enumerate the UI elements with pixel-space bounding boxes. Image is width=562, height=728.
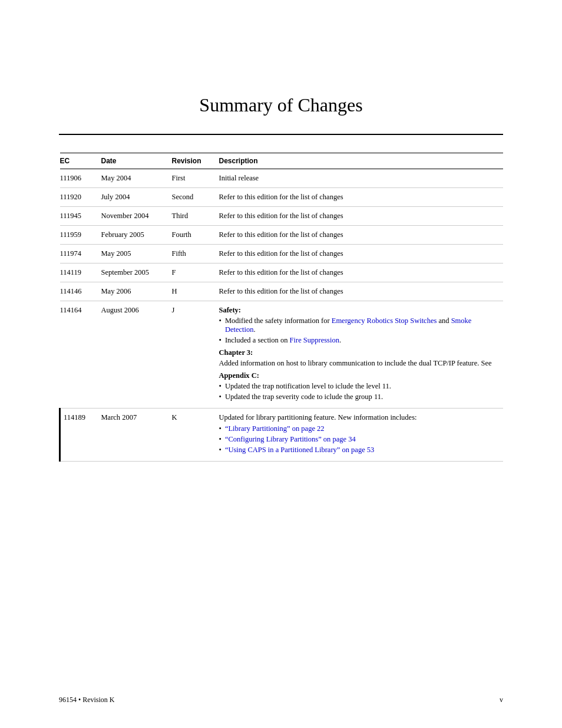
revision-cell: First (172, 169, 219, 188)
description-cell-k: Updated for library partitioning feature… (219, 409, 504, 462)
appendixc-bullet-2: Updated the trap severity code to iclude… (219, 393, 499, 401)
table-row: 111959 February 2005 Fourth Refer to thi… (60, 226, 504, 245)
ec-cell: 111906 (60, 169, 101, 188)
title-divider (59, 134, 503, 135)
revision-cell: Fourth (172, 226, 219, 245)
table-row: 114119 September 2005 F Refer to this ed… (60, 263, 504, 282)
appendixc-text-1: Updated the trap notification level to i… (225, 382, 391, 391)
date-cell-k: March 2007 (101, 409, 172, 462)
table-row: 111920 July 2004 Second Refer to this ed… (60, 188, 504, 207)
description-cell: Safety: Modified the safety information … (219, 301, 504, 409)
changes-table: EC Date Revision Description 111906 May … (59, 153, 503, 462)
footer-left: 96154 • Revision K (59, 696, 115, 704)
revision-cell: Third (172, 207, 219, 226)
date-cell: August 2006 (101, 301, 172, 409)
ec-cell: 111974 (60, 245, 101, 263)
page: Summary of Changes EC Date Revision Desc… (0, 0, 562, 728)
k-bullet-1: “Library Partitioning” on page 22 (219, 424, 499, 433)
date-cell: May 2004 (101, 169, 172, 188)
description-cell: Initial release (219, 169, 504, 188)
page-title: Summary of Changes (59, 94, 503, 116)
table-row: 111906 May 2004 First Initial release (60, 169, 504, 188)
ec-cell: 114119 (60, 263, 101, 282)
revision-cell: H (172, 282, 219, 301)
ec-cell: 111959 (60, 226, 101, 245)
table-row: 111945 November 2004 Third Refer to this… (60, 207, 504, 226)
col-header-date: Date (101, 153, 172, 169)
description-cell: Refer to this edition for the list of ch… (219, 226, 504, 245)
safety-section: Safety: Modified the safety information … (219, 306, 499, 401)
appendixc-header: Appendix C: (219, 371, 259, 380)
revision-cell-k: K (172, 409, 219, 462)
safety-bullet-2: Included a section on Fire Suppression. (219, 336, 499, 345)
description-cell: Refer to this edition for the list of ch… (219, 188, 504, 207)
chapter3-section: Chapter 3: (219, 348, 499, 357)
ec-cell-k: 114189 (60, 409, 101, 462)
k-intro: Updated for library partitioning feature… (219, 413, 499, 422)
description-cell: Refer to this edition for the list of ch… (219, 282, 504, 301)
emergency-robotics-link[interactable]: Emergency Robotics Stop Switches (332, 317, 437, 325)
description-cell: Refer to this edition for the list of ch… (219, 263, 504, 282)
col-header-description: Description (219, 153, 504, 169)
table-row-k: 114189 March 2007 K Updated for library … (60, 409, 504, 462)
ec-cell: 114164 (60, 301, 101, 409)
appendixc-text-2: Updated the trap severity code to iclude… (225, 393, 383, 401)
date-cell: July 2004 (101, 188, 172, 207)
date-cell: February 2005 (101, 226, 172, 245)
date-cell: May 2006 (101, 282, 172, 301)
date-cell: May 2005 (101, 245, 172, 263)
appendixc-bullet-1: Updated the trap notification level to i… (219, 382, 499, 391)
description-cell: Refer to this edition for the list of ch… (219, 245, 504, 263)
revision-cell: J (172, 301, 219, 409)
k-bullet-3: “Using CAPS in a Partitioned Library” on… (219, 446, 499, 454)
table-row: 114146 May 2006 H Refer to this edition … (60, 282, 504, 301)
bullet-text-1: Modified the safety information for Emer… (225, 317, 498, 334)
using-caps-link[interactable]: “Using CAPS in a Partitioned Library” on… (225, 446, 374, 454)
revision-cell: Second (172, 188, 219, 207)
page-footer: 96154 • Revision K v (59, 696, 503, 704)
col-header-ec: EC (60, 153, 101, 169)
table-header-row: EC Date Revision Description (60, 153, 504, 169)
configuring-library-link[interactable]: “Configuring Library Partitions” on page… (225, 435, 356, 444)
k-bullet-2: “Configuring Library Partitions” on page… (219, 435, 499, 444)
table-row: 114164 August 2006 J Safety: Modified th… (60, 301, 504, 409)
chapter3-text: Added information on host to library com… (219, 359, 499, 368)
fire-suppression-link[interactable]: Fire Suppression (290, 336, 339, 344)
safety-bullet-1: Modified the safety information for Emer… (219, 317, 499, 334)
table-row: 111974 May 2005 Fifth Refer to this edit… (60, 245, 504, 263)
revision-cell: Fifth (172, 245, 219, 263)
ec-cell: 114146 (60, 282, 101, 301)
ec-cell: 111920 (60, 188, 101, 207)
bullet-text-2: Included a section on Fire Suppression. (225, 336, 341, 345)
safety-header: Safety: (219, 306, 242, 314)
chapter3-header: Chapter 3: (219, 348, 253, 357)
appendixc-section: Appendix C: (219, 371, 499, 380)
date-cell: November 2004 (101, 207, 172, 226)
revision-cell: F (172, 263, 219, 282)
col-header-revision: Revision (172, 153, 219, 169)
library-partitioning-link[interactable]: “Library Partitioning” on page 22 (225, 424, 325, 433)
ec-cell: 111945 (60, 207, 101, 226)
footer-right: v (500, 696, 503, 704)
description-cell: Refer to this edition for the list of ch… (219, 207, 504, 226)
date-cell: September 2005 (101, 263, 172, 282)
